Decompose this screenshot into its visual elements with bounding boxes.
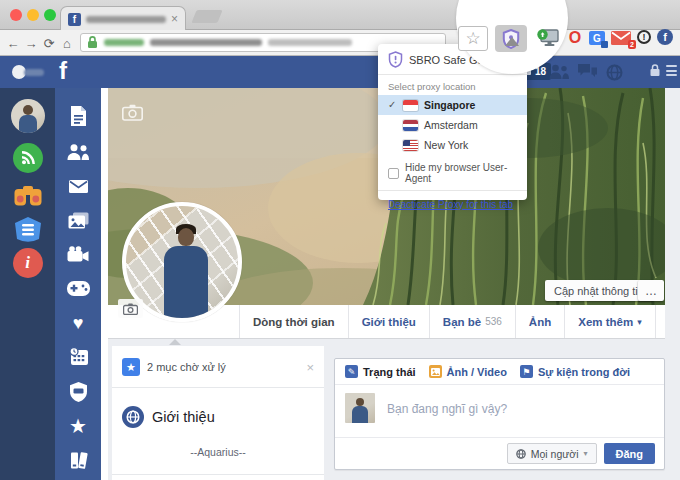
hide-user-agent-checkbox[interactable]: [388, 168, 399, 179]
composer-footer: Mọi người ▾ Đăng: [335, 437, 664, 469]
sidebar-profile-avatar[interactable]: [0, 99, 55, 133]
news-feed-icon[interactable]: [55, 106, 101, 126]
tab-about[interactable]: Giới thiệu: [349, 305, 430, 338]
netherlands-flag-icon: [403, 120, 418, 131]
video-icon[interactable]: [55, 246, 101, 262]
facebook-logo[interactable]: f: [59, 57, 67, 85]
star-icon[interactable]: ★: [55, 416, 101, 436]
post-button[interactable]: Đăng: [604, 443, 656, 464]
tab-close-button[interactable]: ×: [171, 13, 178, 25]
url-domain-blurred: [150, 39, 262, 46]
pending-items-label: 2 mục chờ xử lý: [147, 361, 299, 373]
page-gutter: [101, 88, 108, 480]
update-info-button[interactable]: Cập nhật thông tin: [545, 280, 653, 301]
proxy-location-new-york[interactable]: New York: [378, 135, 527, 155]
app-sidebar: i: [0, 88, 55, 480]
composer-tab-life-event[interactable]: ⚑ Sự kiện trong đời: [520, 365, 630, 378]
deactivate-proxy-link[interactable]: Deacticate Proxy for this tab: [378, 191, 527, 218]
friends-icon[interactable]: [55, 144, 101, 160]
close-window-button[interactable]: [10, 9, 22, 21]
messages-envelope-icon[interactable]: [55, 180, 101, 193]
shield-icon[interactable]: [55, 382, 101, 402]
facebook-extension-icon[interactable]: f: [657, 29, 673, 45]
events-calendar-icon[interactable]: [55, 347, 101, 365]
back-button[interactable]: ←: [4, 30, 22, 56]
forward-button[interactable]: →: [22, 30, 40, 56]
friend-requests-icon[interactable]: [549, 64, 569, 83]
games-icon[interactable]: [55, 281, 101, 296]
bookmark-star-icon[interactable]: ☆: [458, 26, 488, 51]
intro-text: --Aquarius--: [112, 434, 324, 474]
privacy-shortcuts[interactable]: [650, 64, 677, 77]
screen-share-extension-icon[interactable]: [535, 27, 561, 50]
lock-icon: [650, 64, 660, 77]
tab-title-blurred: [86, 16, 166, 23]
browser-tab[interactable]: f ×: [60, 6, 186, 31]
facebook-favicon: f: [68, 13, 81, 26]
reload-button[interactable]: ⟳: [40, 30, 58, 56]
composer-tab-photo-video[interactable]: Ảnh / Video: [429, 365, 507, 378]
minimize-window-button[interactable]: [27, 9, 39, 21]
photos-icon[interactable]: [55, 212, 101, 229]
facebook-header: f 18: [0, 56, 680, 88]
gmail-unread-badge: 2: [628, 40, 636, 49]
friends-count: 536: [485, 316, 502, 327]
sidebar-discover-button[interactable]: [0, 186, 55, 206]
singapore-flag-icon: [403, 100, 418, 111]
proxy-location-amsterdam[interactable]: Amsterdam: [378, 115, 527, 135]
sidebar-feed-button[interactable]: [0, 143, 55, 173]
notifications-globe-icon[interactable]: [606, 64, 623, 85]
warning-extension-icon[interactable]: !: [637, 30, 651, 44]
us-flag-icon: [403, 140, 418, 151]
intro-title: Giới thiệu: [152, 409, 215, 425]
info-icon: i: [13, 248, 43, 278]
cover-more-button[interactable]: …: [638, 280, 664, 301]
pending-items-row[interactable]: ★ 2 mục chờ xử lý ×: [112, 346, 324, 387]
home-button[interactable]: ⌂: [58, 30, 76, 56]
composer-input-area[interactable]: Bạn đang nghĩ gì vậy?: [335, 385, 664, 438]
popup-arrow: [505, 37, 519, 46]
pending-star-icon: ★: [122, 358, 140, 376]
opera-extension-icon[interactable]: O: [566, 29, 584, 47]
new-tab-button[interactable]: [191, 10, 222, 23]
proxy-shield-icon: [388, 51, 403, 68]
intro-section-header: Giới thiệu: [112, 388, 324, 434]
tab-friends[interactable]: Bạn bè 536: [430, 305, 516, 338]
active-tab-notch: [169, 339, 181, 345]
sidebar-lists-button[interactable]: [0, 216, 55, 244]
binoculars-icon: [14, 186, 42, 206]
avatar: [11, 99, 45, 133]
header-blurred-text: [24, 69, 44, 76]
composer-avatar: [345, 393, 375, 423]
tab-photos[interactable]: Ảnh: [516, 305, 565, 338]
heart-icon[interactable]: ♥: [55, 314, 101, 332]
gmail-extension-icon[interactable]: 2: [611, 31, 631, 45]
messages-icon[interactable]: [578, 64, 597, 83]
translate-extension-icon[interactable]: G: [589, 31, 605, 45]
list-badge-icon: [14, 216, 42, 244]
close-icon[interactable]: ×: [306, 361, 314, 374]
settings-menu-icon[interactable]: [666, 65, 677, 76]
photo-icon: [429, 365, 442, 378]
flag-icon: ⚑: [520, 365, 533, 378]
notes-books-icon[interactable]: [55, 451, 101, 469]
screen: f × ← → ⟳ ⌂ f 18: [0, 0, 680, 480]
update-cover-camera-icon[interactable]: [122, 104, 143, 125]
hide-user-agent-row[interactable]: Hide my browser User-Agent: [378, 155, 527, 190]
zoom-window-button[interactable]: [44, 9, 56, 21]
sidebar-info-button[interactable]: i: [0, 248, 55, 278]
globe-icon: [122, 406, 144, 428]
composer-placeholder: Bạn đang nghĩ gì vậy?: [387, 402, 507, 416]
tab-more[interactable]: Xem thêm ▾: [565, 305, 656, 338]
composer-tabs: ✎ Trạng thái Ảnh / Video ⚑ Sự kiện trong…: [335, 359, 664, 385]
check-icon: ✓: [388, 100, 397, 110]
audience-selector[interactable]: Mọi người ▾: [507, 443, 597, 464]
divider: [112, 474, 324, 475]
facebook-nav-sidebar: ♥ ★: [55, 88, 101, 480]
status-composer: ✎ Trạng thái Ảnh / Video ⚑ Sự kiện trong…: [334, 358, 665, 470]
proxy-location-singapore[interactable]: ✓ Singapore: [378, 95, 527, 115]
update-profile-photo-camera-icon[interactable]: [118, 299, 143, 318]
tab-timeline[interactable]: Dòng thời gian: [239, 305, 349, 338]
composer-tab-status[interactable]: ✎ Trạng thái: [345, 365, 416, 378]
url-path-blurred: [268, 39, 352, 46]
